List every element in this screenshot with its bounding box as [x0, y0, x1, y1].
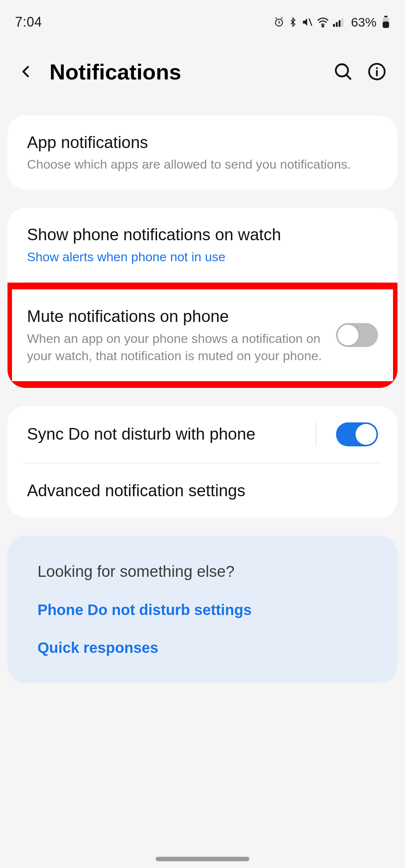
card-app-notifications: App notifications Choose which apps are … — [8, 115, 398, 190]
back-button[interactable] — [14, 60, 38, 84]
battery-icon — [382, 16, 390, 28]
card-looking-for: Looking for something else? Phone Do not… — [8, 536, 398, 683]
link-quick-responses[interactable]: Quick responses — [8, 629, 398, 683]
status-bar: 7:04 63% — [0, 0, 405, 41]
row-title: Sync Do not disturb with phone — [27, 424, 307, 444]
toggle-mute-on-phone[interactable] — [336, 323, 378, 347]
row-mute-on-phone[interactable]: Mute notifications on phone When an app … — [8, 283, 398, 388]
toggle-sync-dnd[interactable] — [336, 422, 378, 446]
alarm-icon — [274, 17, 284, 27]
row-advanced-settings[interactable]: Advanced notification settings — [8, 464, 398, 518]
svg-rect-8 — [383, 22, 389, 28]
status-time: 7:04 — [15, 14, 42, 30]
card-dnd-advanced: Sync Do not disturb with phone Advanced … — [8, 406, 398, 518]
mute-icon — [302, 16, 313, 28]
search-button[interactable] — [329, 58, 357, 85]
row-show-on-watch[interactable]: Show phone notifications on watch Show a… — [8, 208, 398, 282]
battery-percent: 63% — [351, 15, 376, 30]
looking-for-heading: Looking for something else? — [8, 536, 398, 591]
row-subtitle-link: Show alerts when phone not in use — [27, 248, 378, 266]
row-sync-dnd[interactable]: Sync Do not disturb with phone — [8, 406, 398, 463]
svg-point-1 — [322, 25, 324, 27]
bluetooth-icon — [288, 16, 298, 28]
row-title: Mute notifications on phone — [27, 306, 327, 327]
svg-point-13 — [376, 67, 378, 69]
row-subtitle: When an app on your phone shows a notifi… — [27, 330, 327, 365]
svg-rect-4 — [339, 20, 340, 27]
page-header: Notifications — [0, 41, 405, 115]
info-icon — [368, 62, 386, 81]
row-title: App notifications — [27, 132, 378, 153]
navigation-handle[interactable] — [156, 857, 249, 861]
svg-line-10 — [346, 75, 351, 79]
svg-rect-6 — [384, 16, 388, 17]
page-title: Notifications — [50, 59, 323, 84]
link-phone-dnd-settings[interactable]: Phone Do not disturb settings — [8, 591, 398, 629]
status-right: 63% — [274, 15, 390, 30]
search-icon — [333, 62, 353, 81]
chevron-left-icon — [19, 62, 33, 81]
svg-rect-2 — [333, 24, 335, 27]
svg-rect-5 — [341, 18, 343, 27]
card-watch-notifications: Show phone notifications on watch Show a… — [8, 208, 398, 388]
row-title: Advanced notification settings — [27, 480, 378, 501]
row-app-notifications[interactable]: App notifications Choose which apps are … — [8, 115, 398, 190]
row-subtitle: Choose which apps are allowed to send yo… — [27, 156, 378, 173]
switch-divider — [316, 422, 316, 446]
signal-icon — [333, 17, 344, 27]
svg-rect-3 — [336, 22, 338, 27]
info-button[interactable] — [363, 58, 391, 85]
row-title: Show phone notifications on watch — [27, 224, 378, 245]
wifi-icon — [316, 17, 329, 27]
